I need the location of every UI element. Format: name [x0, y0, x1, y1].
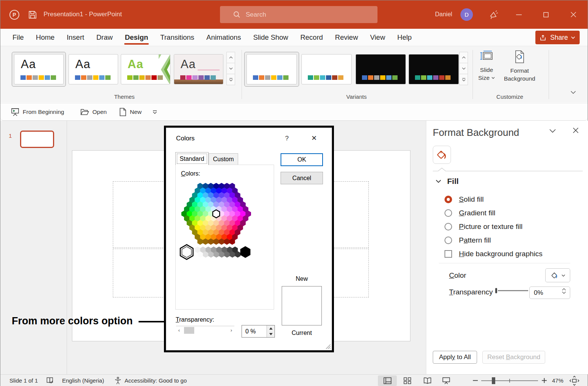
avatar[interactable]: D — [460, 8, 473, 21]
variant-4[interactable] — [409, 54, 459, 84]
scroll-left-icon: ‹ — [176, 326, 182, 334]
slide-sorter-icon[interactable] — [404, 375, 411, 386]
normal-view-icon[interactable] — [384, 375, 391, 386]
new-button[interactable]: New — [119, 103, 142, 120]
tab-home[interactable]: Home — [30, 29, 61, 46]
scroll-up-icon[interactable] — [226, 52, 235, 63]
tab-record[interactable]: Record — [294, 29, 329, 46]
slide-thumbnail[interactable] — [20, 131, 54, 148]
tab-file[interactable]: File — [6, 29, 30, 46]
zoom-in-button[interactable] — [542, 375, 547, 386]
fill-option-pattern-fill[interactable]: Pattern fill — [445, 236, 491, 244]
fit-to-window-icon[interactable] — [569, 375, 579, 386]
tab-view[interactable]: View — [364, 29, 391, 46]
quick-access-toolbar: From Beginning Open New — [0, 103, 588, 121]
theme-office-alt[interactable]: Aa — [69, 54, 118, 84]
theme-facet[interactable]: Aa — [121, 54, 170, 84]
maximize-button[interactable] — [535, 0, 557, 29]
slide-number: 1 — [9, 132, 12, 139]
from-beginning-button[interactable]: From Beginning — [11, 103, 64, 120]
tab-transitions[interactable]: Transitions — [154, 29, 200, 46]
theme-gallery[interactable]: Aa — [174, 54, 223, 84]
colors-label: Colors: — [181, 170, 200, 177]
transparency-scrollbar[interactable]: ‹ › — [176, 326, 234, 334]
accessibility-icon[interactable] — [114, 375, 122, 386]
variant-2[interactable] — [301, 54, 352, 84]
hide-background-checkbox[interactable]: Hide background graphics — [445, 250, 543, 258]
color-dropdown-button[interactable] — [545, 268, 570, 282]
tab-custom[interactable]: Custom — [209, 153, 238, 165]
spellcheck-icon[interactable] — [46, 375, 54, 386]
close-button[interactable] — [562, 0, 584, 29]
scroll-up-icon[interactable] — [459, 52, 468, 63]
resize-grip[interactable] — [324, 343, 331, 349]
tab-help[interactable]: Help — [391, 29, 418, 46]
tab-slide-show[interactable]: Slide Show — [247, 29, 295, 46]
user-name[interactable]: Daniel — [435, 11, 452, 18]
tab-design[interactable]: Design — [119, 29, 154, 46]
zoom-level[interactable]: 47% — [552, 375, 563, 386]
pane-close-icon[interactable] — [573, 128, 579, 133]
color-honeycomb[interactable] — [178, 180, 269, 260]
fill-option-solid-fill[interactable]: Solid fill — [445, 195, 484, 204]
language-status[interactable]: English (Nigeria) — [62, 375, 104, 386]
radio-icon — [445, 237, 452, 244]
white-color-cell[interactable] — [182, 247, 191, 258]
new-document-icon — [119, 108, 126, 116]
scroll-down-icon[interactable] — [459, 63, 468, 74]
collapse-ribbon-icon[interactable] — [571, 91, 576, 94]
format-background-pane: Format Background Fill Solid fillGradien… — [426, 121, 588, 374]
paint-bucket-icon — [436, 149, 448, 161]
reading-view-icon[interactable] — [423, 375, 432, 386]
cancel-button[interactable]: Cancel — [281, 172, 323, 184]
ribbon-divider — [549, 50, 549, 99]
tab-review[interactable]: Review — [329, 29, 364, 46]
format-background-button[interactable]: Format Background — [504, 50, 535, 82]
minimize-button[interactable] — [508, 0, 530, 29]
gallery-more-icon[interactable] — [226, 74, 235, 85]
selected-color-cursor[interactable] — [213, 210, 220, 218]
scroll-down-icon[interactable] — [226, 63, 235, 74]
fill-section-header[interactable]: Fill — [436, 177, 459, 186]
fill-option-gradient-fill[interactable]: Gradient fill — [445, 209, 495, 217]
dialog-close-icon[interactable]: ✕ — [311, 134, 317, 142]
tab-insert[interactable]: Insert — [61, 29, 90, 46]
paint-bucket-small-icon — [551, 271, 559, 280]
qat-more-icon[interactable] — [153, 103, 157, 120]
pane-chevron-down-icon[interactable] — [549, 129, 556, 133]
black-color-cell[interactable] — [240, 246, 251, 258]
fill-option-picture-or-texture-fill[interactable]: Picture or texture fill — [445, 223, 522, 231]
accessibility-status[interactable]: Accessibility: Good to go — [125, 375, 187, 386]
tab-standard[interactable]: Standard — [175, 152, 209, 165]
variant-3[interactable] — [356, 54, 406, 84]
apply-to-all-button[interactable]: Apply to All — [433, 351, 477, 364]
open-button[interactable]: Open — [80, 103, 107, 120]
search-input[interactable]: Search — [220, 6, 377, 23]
tab-animations[interactable]: Animations — [200, 29, 247, 46]
presenter-coach-icon[interactable] — [488, 9, 499, 20]
zoom-out-button[interactable] — [473, 375, 478, 386]
slide-size-icon — [480, 50, 493, 63]
slide-size-button[interactable]: Slide Size — [478, 50, 495, 82]
fill-tab-button[interactable] — [433, 146, 451, 164]
open-folder-icon — [80, 108, 89, 116]
checkbox-icon — [445, 250, 452, 258]
gallery-more-icon[interactable] — [459, 74, 468, 85]
transparency-spinner[interactable]: 0% — [529, 286, 570, 299]
slideshow-view-icon[interactable] — [442, 375, 450, 386]
reset-background-button[interactable]: Reset Background — [482, 351, 545, 364]
ok-button[interactable]: OK — [281, 153, 323, 166]
dialog-help-icon[interactable]: ? — [285, 135, 289, 142]
theme-office[interactable]: Aa — [14, 54, 64, 84]
dialog-transparency-spinner[interactable]: 0 % — [242, 325, 275, 338]
tab-draw[interactable]: Draw — [90, 29, 119, 46]
variant-1[interactable] — [246, 54, 297, 84]
zoom-slider[interactable] — [481, 375, 538, 386]
share-button[interactable]: Share — [535, 31, 580, 44]
dialog-transparency-label: Transparency: — [176, 316, 214, 323]
transparency-slider[interactable] — [495, 287, 529, 294]
annotation-text: From more colors option — [12, 315, 173, 327]
dialog-title: Colors — [176, 135, 195, 142]
annotation-highlight-box: Colors ? ✕ Standard Custom Colors: OK Ca… — [164, 126, 334, 352]
save-icon[interactable] — [28, 10, 37, 20]
